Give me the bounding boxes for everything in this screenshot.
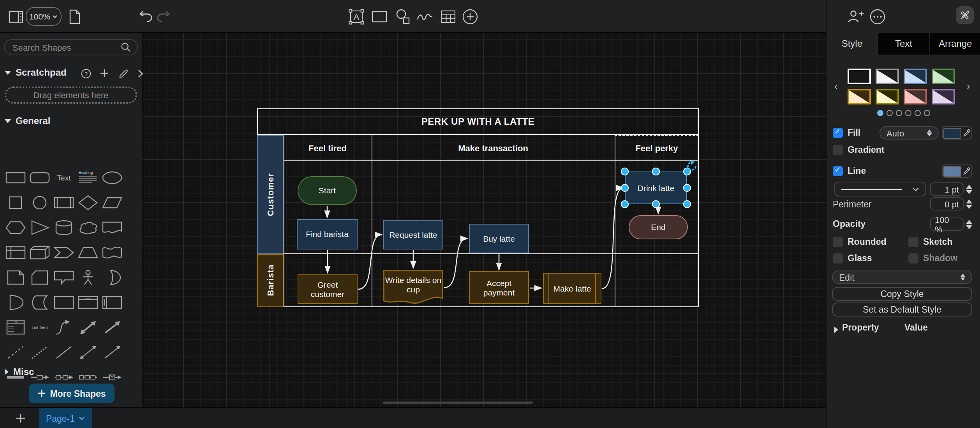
fill-mode-select[interactable]: Auto: [880, 126, 939, 140]
rectangle-tool-icon[interactable]: [371, 8, 388, 25]
node-drink-latte[interactable]: Drink latte: [625, 172, 687, 204]
node-greet-customer[interactable]: Greet customer: [298, 274, 358, 304]
node-request-latte[interactable]: Request latte: [383, 220, 443, 249]
gradient-checkbox[interactable]: [833, 145, 843, 155]
table-tool-icon[interactable]: [439, 8, 457, 25]
pool-title[interactable]: PERK UP WITH A LATTE: [257, 108, 699, 135]
style-preset-2[interactable]: [904, 69, 927, 84]
share-icon[interactable]: [847, 8, 864, 25]
sidebar-toggle-icon[interactable]: [7, 8, 24, 25]
shape-tape[interactable]: [100, 240, 124, 265]
add-page-button[interactable]: [12, 410, 28, 426]
preset-page-dot-5[interactable]: [924, 110, 930, 116]
shape-parallelogram[interactable]: [100, 190, 124, 215]
shadow-checkbox[interactable]: [908, 253, 918, 264]
preset-page-dot-1[interactable]: [887, 110, 893, 116]
shape-circle[interactable]: [27, 190, 51, 215]
shape-and[interactable]: [3, 290, 27, 315]
scratchpad-dropzone[interactable]: Drag elements here: [5, 87, 137, 104]
sidebar-section-general[interactable]: General: [5, 115, 50, 126]
style-preset-1[interactable]: [876, 69, 899, 84]
node-accept-payment[interactable]: Accept payment: [469, 271, 529, 304]
presets-next-icon[interactable]: ›: [967, 81, 970, 91]
shape-card[interactable]: [27, 265, 51, 290]
column-header-make-transaction[interactable]: Make transaction: [372, 135, 615, 161]
shape-arrow[interactable]: [100, 315, 124, 340]
shape-data-storage[interactable]: [27, 290, 51, 315]
shape-cylinder[interactable]: [51, 215, 76, 240]
presets-prev-icon[interactable]: ‹: [834, 81, 838, 91]
tab-style[interactable]: Style: [827, 33, 878, 55]
shape-hexagon[interactable]: [3, 215, 27, 240]
preset-page-dot-3[interactable]: [905, 110, 911, 116]
shape-container-with-title[interactable]: [76, 290, 100, 315]
shape-cloud[interactable]: [76, 215, 100, 240]
glass-checkbox[interactable]: [833, 253, 843, 264]
style-preset-7[interactable]: [932, 89, 955, 104]
shape-dashed-line[interactable]: [3, 340, 27, 365]
page-outline-icon[interactable]: [66, 8, 83, 25]
selection-handle[interactable]: [652, 201, 659, 208]
shapes-tool-icon[interactable]: [394, 8, 411, 25]
preset-page-dot-2[interactable]: [896, 110, 902, 116]
selection-handle[interactable]: [652, 168, 659, 175]
shape-textbox[interactable]: Heading: [76, 165, 100, 190]
text-tool-icon[interactable]: A: [347, 8, 365, 25]
shape-diamond[interactable]: [76, 190, 100, 215]
shape-callout[interactable]: [51, 265, 76, 290]
add-icon[interactable]: [98, 67, 111, 80]
shape-rounded-rectangle[interactable]: [27, 165, 51, 190]
zoom-dropdown[interactable]: 100%: [26, 7, 62, 26]
style-preset-3[interactable]: [932, 69, 955, 84]
set-default-style-button[interactable]: Set as Default Style: [832, 302, 972, 317]
shape-actor[interactable]: [76, 265, 100, 290]
selection-handle[interactable]: [684, 184, 691, 191]
edit-style-select[interactable]: Edit: [832, 271, 972, 284]
tab-arrange[interactable]: Arrange: [930, 33, 980, 55]
shape-triangle[interactable]: [27, 215, 51, 240]
opacity-stepper[interactable]: [964, 218, 973, 231]
shape-bidirectional-arrow[interactable]: [76, 315, 100, 340]
node-buy-latte[interactable]: Buy latte: [469, 224, 529, 253]
style-preset-6[interactable]: [904, 89, 927, 104]
shape-text[interactable]: Text: [51, 165, 76, 190]
fill-color-button[interactable]: [942, 126, 972, 140]
column-header-feel-tired[interactable]: Feel tired: [284, 135, 372, 161]
node-make-latte[interactable]: Make latte: [543, 273, 601, 304]
shape-ellipse[interactable]: [100, 165, 124, 190]
selection-handle[interactable]: [621, 168, 628, 175]
shape-rectangle[interactable]: [3, 165, 27, 190]
selection-handle[interactable]: [621, 184, 628, 191]
lane-label-customer[interactable]: Customer: [257, 135, 284, 254]
shape-bidirectional-connector[interactable]: [76, 340, 100, 365]
insert-tool-icon[interactable]: [461, 8, 478, 25]
shape-container[interactable]: [51, 290, 76, 315]
line-style-select[interactable]: [834, 182, 926, 196]
line-color-button[interactable]: [942, 164, 972, 178]
shape-process[interactable]: [51, 190, 76, 215]
fill-checkbox[interactable]: [833, 128, 843, 138]
style-preset-4[interactable]: [848, 89, 871, 104]
node-find-barista[interactable]: Find barista: [297, 219, 358, 249]
line-width-stepper[interactable]: [964, 182, 973, 196]
perimeter-input[interactable]: 0 pt: [930, 197, 964, 210]
line-width-input[interactable]: 1 pt: [930, 182, 964, 196]
shape-internal-storage[interactable]: [3, 240, 27, 265]
shape-trapezoid[interactable]: [76, 240, 100, 265]
line-checkbox[interactable]: [833, 166, 843, 176]
shape-or[interactable]: [100, 265, 124, 290]
help-icon[interactable]: ?: [79, 67, 92, 80]
shape-dotted-line[interactable]: [27, 340, 51, 365]
shape-square[interactable]: [3, 190, 27, 215]
shape-directional-connector[interactable]: [100, 340, 124, 365]
preset-page-dot-4[interactable]: [915, 110, 921, 116]
property-expander-icon[interactable]: [834, 327, 838, 333]
shape-note[interactable]: [3, 265, 27, 290]
shape-list[interactable]: List: [3, 315, 27, 340]
shape-document[interactable]: [100, 215, 124, 240]
edit-icon[interactable]: [117, 67, 129, 80]
selection-handle[interactable]: [621, 201, 628, 208]
shape-step[interactable]: [51, 240, 76, 265]
shape-vertical-container[interactable]: [100, 290, 124, 315]
undo-icon[interactable]: [137, 8, 154, 25]
